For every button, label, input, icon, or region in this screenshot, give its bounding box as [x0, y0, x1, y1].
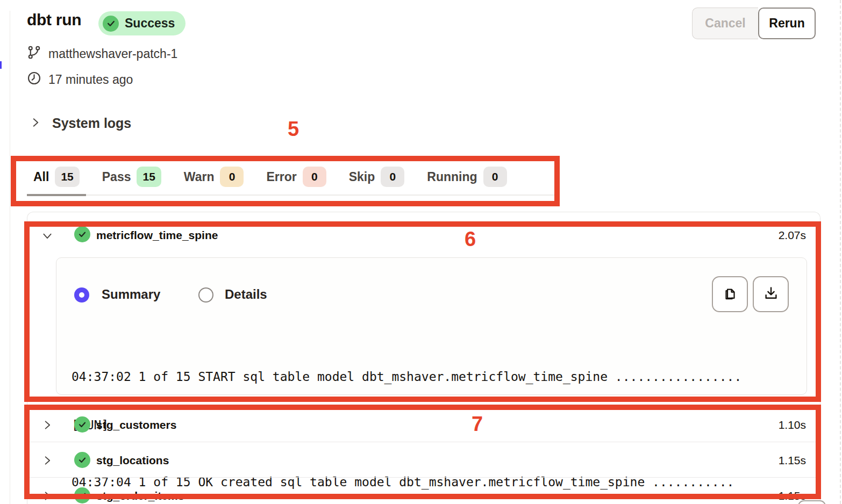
model-duration: 1.15s [779, 454, 806, 467]
tab-running[interactable]: Running 0 [420, 162, 513, 196]
tab-pass-label: Pass [102, 170, 131, 184]
model-success-icon [74, 452, 90, 468]
bottom-cropped-button[interactable] [798, 500, 826, 504]
model-success-icon [74, 487, 90, 503]
model-name[interactable]: stg_locations [96, 454, 169, 467]
log-output: 04:37:02 1 of 15 START sql table model d… [72, 336, 776, 504]
annotation-number-5: 5 [288, 118, 299, 141]
tab-error-label: Error [266, 170, 296, 184]
branch-row: matthewshaver-patch-1 [27, 45, 177, 63]
chevron-right-icon[interactable] [42, 420, 53, 433]
summary-radio[interactable] [74, 287, 89, 303]
model-duration: 2.07s [779, 229, 806, 242]
chevron-right-icon [30, 117, 41, 130]
right-edge-dashes [840, 0, 841, 504]
tab-skip-count: 0 [381, 167, 404, 187]
tab-running-label: Running [427, 170, 477, 184]
branch-name: matthewshaver-patch-1 [48, 47, 177, 61]
tab-warn-label: Warn [184, 170, 215, 184]
page-left-border [10, 11, 10, 504]
chevron-down-icon[interactable] [42, 231, 53, 243]
log-line: 04:37:04 1 of 15 OK created sql table mo… [72, 474, 776, 490]
tab-error[interactable]: Error 0 [260, 162, 332, 196]
log-panel: Summary Details 04:37:02 1 of 15 START s… [56, 257, 807, 395]
copy-icon [722, 285, 738, 304]
chevron-right-icon[interactable] [42, 455, 53, 468]
tab-warn[interactable]: Warn 0 [177, 162, 251, 196]
model-duration: 1.10s [779, 419, 806, 431]
tab-warn-count: 0 [220, 167, 244, 187]
tab-error-count: 0 [303, 167, 326, 187]
tab-all-label: All [33, 170, 49, 184]
run-time-ago: 17 minutes ago [48, 73, 133, 87]
system-logs-label: System logs [52, 116, 131, 131]
download-icon [763, 285, 779, 304]
tab-skip[interactable]: Skip 0 [342, 162, 411, 196]
model-name[interactable]: stg_order_items [96, 489, 184, 502]
model-success-icon [74, 226, 90, 242]
rerun-button[interactable]: Rerun [758, 8, 816, 39]
summary-radio-label[interactable]: Summary [102, 287, 160, 302]
run-actions: Cancel Rerun [692, 8, 816, 39]
tab-all[interactable]: All 15 [27, 162, 86, 196]
details-radio[interactable] [198, 287, 213, 303]
log-line: 04:37:02 1 of 15 START sql table model d… [72, 369, 776, 385]
model-results-list: metricflow_time_spine 2.07s Summary Deta… [27, 212, 820, 504]
row-divider [27, 442, 820, 442]
model-name[interactable]: metricflow_time_spine [96, 229, 218, 242]
tab-running-count: 0 [483, 167, 507, 187]
time-row: 17 minutes ago [27, 71, 133, 89]
git-branch-icon [27, 45, 41, 63]
copy-log-button[interactable] [712, 276, 748, 312]
system-logs-toggle[interactable]: System logs [30, 116, 131, 131]
row-divider [27, 477, 820, 478]
status-badge: Success [98, 11, 185, 35]
blue-tick-artifact [0, 61, 2, 69]
status-badge-label: Success [125, 16, 175, 31]
cancel-button[interactable]: Cancel [692, 8, 758, 39]
tab-pass[interactable]: Pass 15 [96, 162, 168, 196]
log-line: [RUN] [72, 417, 776, 433]
model-name[interactable]: stg_customers [96, 419, 176, 431]
page-title: dbt run [27, 11, 81, 29]
tab-skip-label: Skip [349, 170, 375, 184]
tab-all-count: 15 [55, 167, 79, 187]
clock-icon [27, 71, 41, 89]
download-log-button[interactable] [753, 276, 789, 312]
tab-pass-count: 15 [137, 167, 161, 187]
chevron-right-icon[interactable] [42, 491, 53, 503]
success-check-icon [103, 16, 119, 32]
status-tabbar: All 15 Pass 15 Warn 0 Error 0 Skip 0 Run… [27, 162, 556, 196]
model-success-icon [74, 416, 90, 433]
details-radio-label[interactable]: Details [225, 287, 267, 302]
